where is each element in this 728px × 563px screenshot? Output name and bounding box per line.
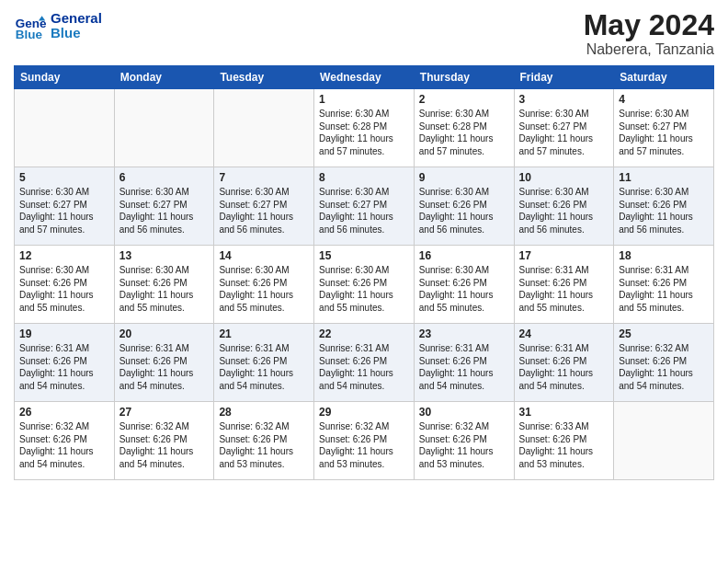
day-number: 20 [119, 327, 210, 340]
cell-info: Sunrise: 6:31 AM Sunset: 6:26 PM Dayligh… [319, 342, 409, 392]
day-number: 14 [219, 249, 309, 262]
day-number: 4 [619, 93, 709, 106]
calendar-cell: 1Sunrise: 6:30 AM Sunset: 6:28 PM Daylig… [314, 89, 415, 167]
logo-general: General [51, 11, 102, 27]
cell-info: Sunrise: 6:31 AM Sunset: 6:26 PM Dayligh… [519, 342, 609, 392]
col-header-monday: Monday [114, 66, 214, 89]
cell-info: Sunrise: 6:30 AM Sunset: 6:27 PM Dayligh… [119, 186, 210, 236]
day-number: 15 [319, 249, 409, 262]
calendar-cell: 3Sunrise: 6:30 AM Sunset: 6:27 PM Daylig… [514, 89, 614, 167]
calendar-cell: 20Sunrise: 6:31 AM Sunset: 6:26 PM Dayli… [114, 324, 214, 402]
calendar-cell [614, 402, 714, 480]
cell-info: Sunrise: 6:32 AM Sunset: 6:26 PM Dayligh… [619, 342, 709, 392]
week-row-0: 1Sunrise: 6:30 AM Sunset: 6:28 PM Daylig… [15, 89, 714, 167]
day-number: 25 [619, 327, 709, 340]
week-row-1: 5Sunrise: 6:30 AM Sunset: 6:27 PM Daylig… [15, 167, 714, 246]
calendar-cell [214, 89, 314, 167]
calendar-cell: 19Sunrise: 6:31 AM Sunset: 6:26 PM Dayli… [15, 324, 115, 402]
cell-info: Sunrise: 6:30 AM Sunset: 6:26 PM Dayligh… [19, 264, 109, 314]
cell-info: Sunrise: 6:30 AM Sunset: 6:26 PM Dayligh… [319, 264, 409, 314]
header-row: SundayMondayTuesdayWednesdayThursdayFrid… [15, 66, 714, 89]
cell-info: Sunrise: 6:32 AM Sunset: 6:26 PM Dayligh… [219, 420, 309, 470]
day-number: 30 [419, 406, 509, 419]
day-number: 17 [519, 249, 609, 262]
calendar-cell: 4Sunrise: 6:30 AM Sunset: 6:27 PM Daylig… [614, 89, 714, 167]
calendar-cell: 14Sunrise: 6:30 AM Sunset: 6:26 PM Dayli… [214, 246, 314, 324]
calendar-cell: 12Sunrise: 6:30 AM Sunset: 6:26 PM Dayli… [15, 246, 115, 324]
logo: General Blue General Blue [14, 9, 102, 42]
day-number: 6 [119, 171, 210, 184]
calendar-cell [15, 89, 115, 167]
calendar-cell: 2Sunrise: 6:30 AM Sunset: 6:28 PM Daylig… [414, 89, 514, 167]
calendar-cell: 6Sunrise: 6:30 AM Sunset: 6:27 PM Daylig… [114, 167, 214, 246]
day-number: 23 [419, 327, 509, 340]
calendar-cell: 29Sunrise: 6:32 AM Sunset: 6:26 PM Dayli… [314, 402, 415, 480]
cell-info: Sunrise: 6:31 AM Sunset: 6:26 PM Dayligh… [119, 342, 210, 392]
week-row-3: 19Sunrise: 6:31 AM Sunset: 6:26 PM Dayli… [15, 324, 714, 402]
week-row-2: 12Sunrise: 6:30 AM Sunset: 6:26 PM Dayli… [15, 246, 714, 324]
cell-info: Sunrise: 6:31 AM Sunset: 6:26 PM Dayligh… [519, 264, 609, 314]
day-number: 29 [319, 406, 409, 419]
cell-info: Sunrise: 6:30 AM Sunset: 6:27 PM Dayligh… [319, 186, 409, 236]
cell-info: Sunrise: 6:32 AM Sunset: 6:26 PM Dayligh… [119, 420, 210, 470]
cell-info: Sunrise: 6:30 AM Sunset: 6:27 PM Dayligh… [519, 108, 609, 157]
calendar-cell: 15Sunrise: 6:30 AM Sunset: 6:26 PM Dayli… [314, 246, 415, 324]
col-header-saturday: Saturday [614, 66, 714, 89]
svg-text:Blue: Blue [16, 28, 43, 41]
cell-info: Sunrise: 6:30 AM Sunset: 6:26 PM Dayligh… [619, 186, 709, 236]
day-number: 12 [19, 249, 109, 262]
day-number: 9 [419, 171, 509, 184]
day-number: 16 [419, 249, 509, 262]
cell-info: Sunrise: 6:30 AM Sunset: 6:27 PM Dayligh… [219, 186, 309, 236]
cell-info: Sunrise: 6:33 AM Sunset: 6:26 PM Dayligh… [519, 420, 609, 470]
calendar-cell: 23Sunrise: 6:31 AM Sunset: 6:26 PM Dayli… [414, 324, 514, 402]
cell-info: Sunrise: 6:31 AM Sunset: 6:26 PM Dayligh… [619, 264, 709, 314]
cell-info: Sunrise: 6:31 AM Sunset: 6:26 PM Dayligh… [419, 342, 509, 392]
day-number: 10 [519, 171, 609, 184]
calendar-cell: 10Sunrise: 6:30 AM Sunset: 6:26 PM Dayli… [514, 167, 614, 246]
col-header-tuesday: Tuesday [214, 66, 314, 89]
day-number: 26 [19, 406, 109, 419]
calendar-cell: 18Sunrise: 6:31 AM Sunset: 6:26 PM Dayli… [614, 246, 714, 324]
month-year: May 2024 [584, 9, 714, 41]
calendar-cell: 16Sunrise: 6:30 AM Sunset: 6:26 PM Dayli… [414, 246, 514, 324]
day-number: 19 [19, 327, 109, 340]
cell-info: Sunrise: 6:30 AM Sunset: 6:26 PM Dayligh… [219, 264, 309, 314]
calendar-cell: 11Sunrise: 6:30 AM Sunset: 6:26 PM Dayli… [614, 167, 714, 246]
day-number: 27 [119, 406, 210, 419]
location: Naberera, Tanzania [584, 41, 714, 58]
day-number: 3 [519, 93, 609, 106]
calendar-cell: 25Sunrise: 6:32 AM Sunset: 6:26 PM Dayli… [614, 324, 714, 402]
day-number: 8 [319, 171, 409, 184]
cell-info: Sunrise: 6:32 AM Sunset: 6:26 PM Dayligh… [319, 420, 409, 470]
day-number: 2 [419, 93, 509, 106]
calendar-cell: 31Sunrise: 6:33 AM Sunset: 6:26 PM Dayli… [514, 402, 614, 480]
calendar-cell: 28Sunrise: 6:32 AM Sunset: 6:26 PM Dayli… [214, 402, 314, 480]
logo-icon: General Blue [14, 9, 47, 42]
cell-info: Sunrise: 6:30 AM Sunset: 6:26 PM Dayligh… [119, 264, 210, 314]
calendar-cell: 5Sunrise: 6:30 AM Sunset: 6:27 PM Daylig… [15, 167, 115, 246]
day-number: 1 [319, 93, 409, 106]
calendar-cell: 26Sunrise: 6:32 AM Sunset: 6:26 PM Dayli… [15, 402, 115, 480]
calendar-cell: 17Sunrise: 6:31 AM Sunset: 6:26 PM Dayli… [514, 246, 614, 324]
calendar-cell: 13Sunrise: 6:30 AM Sunset: 6:26 PM Dayli… [114, 246, 214, 324]
calendar-cell: 22Sunrise: 6:31 AM Sunset: 6:26 PM Dayli… [314, 324, 415, 402]
calendar-cell [114, 89, 214, 167]
col-header-sunday: Sunday [15, 66, 115, 89]
cell-info: Sunrise: 6:30 AM Sunset: 6:26 PM Dayligh… [419, 186, 509, 236]
cell-info: Sunrise: 6:30 AM Sunset: 6:27 PM Dayligh… [619, 108, 709, 157]
cell-info: Sunrise: 6:30 AM Sunset: 6:28 PM Dayligh… [319, 108, 409, 157]
cell-info: Sunrise: 6:31 AM Sunset: 6:26 PM Dayligh… [219, 342, 309, 392]
day-number: 5 [19, 171, 109, 184]
day-number: 22 [319, 327, 409, 340]
day-number: 13 [119, 249, 210, 262]
calendar-cell: 8Sunrise: 6:30 AM Sunset: 6:27 PM Daylig… [314, 167, 415, 246]
day-number: 21 [219, 327, 309, 340]
day-number: 18 [619, 249, 709, 262]
day-number: 31 [519, 406, 609, 419]
col-header-wednesday: Wednesday [314, 66, 415, 89]
calendar-cell: 7Sunrise: 6:30 AM Sunset: 6:27 PM Daylig… [214, 167, 314, 246]
cell-info: Sunrise: 6:31 AM Sunset: 6:26 PM Dayligh… [19, 342, 109, 392]
calendar-cell: 9Sunrise: 6:30 AM Sunset: 6:26 PM Daylig… [414, 167, 514, 246]
calendar-cell: 27Sunrise: 6:32 AM Sunset: 6:26 PM Dayli… [114, 402, 214, 480]
